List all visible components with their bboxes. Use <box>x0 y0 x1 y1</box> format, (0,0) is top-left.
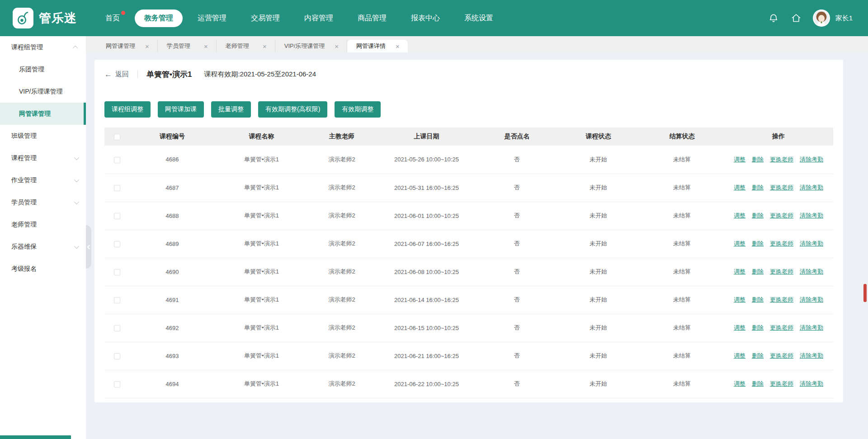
table-header-cell: 课程名称 <box>215 127 308 146</box>
row-action-link[interactable]: 清除考勤 <box>800 352 823 359</box>
nav-item[interactable]: 系统设置 <box>455 9 503 27</box>
course-name: 单簧管•演示1 <box>215 174 308 202</box>
row-action-link[interactable]: 调整 <box>734 296 745 303</box>
course-validity: 课程有效期:2021-05-25至2021-06-24 <box>204 70 316 79</box>
row-action-link[interactable]: 更换老师 <box>770 268 793 275</box>
row-action-link[interactable]: 更换老师 <box>770 184 793 191</box>
row-action-link[interactable]: 删除 <box>752 240 764 247</box>
row-checkbox[interactable] <box>114 297 120 303</box>
sidebar-item-label: 作业管理 <box>11 176 71 184</box>
sidebar-item[interactable]: 考级报名 <box>0 258 86 280</box>
select-all-checkbox[interactable] <box>114 134 120 140</box>
row-action-link[interactable]: 更换老师 <box>770 296 793 303</box>
row-action-link[interactable]: 调整 <box>734 324 745 331</box>
sidebar-item[interactable]: 乐器维保 <box>0 236 86 258</box>
row-action-link[interactable]: 更换老师 <box>770 352 793 359</box>
row-checkbox[interactable] <box>114 325 120 331</box>
row-action-link[interactable]: 调整 <box>734 184 745 191</box>
back-button[interactable]: ← 返回 <box>104 70 129 79</box>
nav-item[interactable]: 首页 <box>96 9 129 27</box>
row-action-link[interactable]: 更换老师 <box>770 324 793 331</box>
teacher-name: 演示老师2 <box>308 342 376 370</box>
row-action-link[interactable]: 删除 <box>752 184 764 191</box>
row-action-link[interactable]: 清除考勤 <box>800 184 823 191</box>
row-checkbox[interactable] <box>114 269 120 275</box>
tab-close-icon[interactable]: × <box>263 43 267 50</box>
chevron-down-icon <box>74 199 79 204</box>
row-action-link[interactable]: 清除考勤 <box>800 240 823 247</box>
row-action-link[interactable]: 更换老师 <box>770 380 793 387</box>
course-detail-card: ← 返回 单簧管•演示1 课程有效期:2021-05-25至2021-06-24… <box>94 60 843 402</box>
row-action-link[interactable]: 删除 <box>752 380 764 387</box>
row-action-link[interactable]: 删除 <box>752 324 764 331</box>
user-name[interactable]: 家长1 <box>835 14 853 23</box>
row-action-link[interactable]: 调整 <box>734 268 745 275</box>
sidebar-item[interactable]: VIP/乐理课管理 <box>0 80 86 103</box>
notification-bell-icon[interactable] <box>768 12 779 24</box>
row-action-link[interactable]: 清除考勤 <box>800 268 823 275</box>
tab-close-icon[interactable]: × <box>335 43 339 50</box>
home-icon[interactable] <box>790 12 802 24</box>
sidebar-item[interactable]: 班级管理 <box>0 125 86 147</box>
vertical-scrollbar-thumb[interactable] <box>863 284 867 302</box>
tab-close-icon[interactable]: × <box>204 43 208 50</box>
row-action-link[interactable]: 调整 <box>734 380 745 387</box>
user-avatar[interactable] <box>813 9 830 27</box>
row-checkbox[interactable] <box>114 241 120 247</box>
row-action-link[interactable]: 删除 <box>752 212 764 219</box>
nav-item[interactable]: 运营管理 <box>188 9 236 27</box>
nav-item[interactable]: 报表中心 <box>401 9 449 27</box>
sidebar-horizontal-scrollbar[interactable] <box>0 435 71 439</box>
row-action-link[interactable]: 更换老师 <box>770 156 793 163</box>
row-checkbox[interactable] <box>114 353 120 359</box>
sidebar-item-label: 乐器维保 <box>11 243 71 251</box>
row-action-link[interactable]: 清除考勤 <box>800 296 823 303</box>
nav-item[interactable]: 教务管理 <box>135 9 183 27</box>
sidebar-item[interactable]: 课程管理 <box>0 147 86 169</box>
row-action-link[interactable]: 更换老师 <box>770 212 793 219</box>
row-action-link[interactable]: 删除 <box>752 296 764 303</box>
row-checkbox-cell <box>104 286 129 314</box>
settlement-status: 未结算 <box>640 370 724 398</box>
row-action-link[interactable]: 删除 <box>752 352 764 359</box>
sidebar-item[interactable]: 作业管理 <box>0 169 86 191</box>
row-action-link[interactable]: 更换老师 <box>770 240 793 247</box>
tab[interactable]: 网管课详情× <box>347 40 408 52</box>
sidebar-item[interactable]: 乐团管理 <box>0 58 86 80</box>
row-action-link[interactable]: 删除 <box>752 156 764 163</box>
tab[interactable]: 网管课管理× <box>97 40 158 52</box>
row-action-link[interactable]: 删除 <box>752 268 764 275</box>
nav-item[interactable]: 交易管理 <box>241 9 289 27</box>
course-status: 未开始 <box>557 286 640 314</box>
action-button[interactable]: 批量调整 <box>211 101 251 118</box>
chevron-down-icon <box>74 177 79 182</box>
row-checkbox[interactable] <box>114 381 120 387</box>
action-button[interactable]: 有效期调整 <box>335 101 381 118</box>
row-checkbox[interactable] <box>114 185 120 191</box>
row-action-link[interactable]: 调整 <box>734 212 745 219</box>
nav-item[interactable]: 商品管理 <box>348 9 396 27</box>
sidebar-item[interactable]: 网管课管理 <box>0 103 86 125</box>
row-action-link[interactable]: 清除考勤 <box>800 156 823 163</box>
tab[interactable]: 学员管理× <box>158 40 217 52</box>
row-action-link[interactable]: 清除考勤 <box>800 380 823 387</box>
action-button[interactable]: 课程组调整 <box>104 101 151 118</box>
action-button[interactable]: 网管课加课 <box>158 101 204 118</box>
row-action-link[interactable]: 调整 <box>734 240 745 247</box>
tab-close-icon[interactable]: × <box>145 43 149 50</box>
row-action-link[interactable]: 清除考勤 <box>800 324 823 331</box>
sidebar-item[interactable]: 学员管理 <box>0 191 86 213</box>
sidebar-item[interactable]: 老师管理 <box>0 213 86 236</box>
sidebar-item[interactable]: 课程组管理 <box>0 36 86 58</box>
row-action-link[interactable]: 调整 <box>734 352 745 359</box>
tab-close-icon[interactable]: × <box>396 43 400 50</box>
row-action-link[interactable]: 调整 <box>734 156 745 163</box>
tab[interactable]: 老师管理× <box>217 40 275 52</box>
action-button[interactable]: 有效期调整(高权限) <box>258 101 327 118</box>
nav-item[interactable]: 内容管理 <box>295 9 343 27</box>
row-checkbox[interactable] <box>114 213 120 219</box>
tab[interactable]: VIP/乐理课管理× <box>275 40 347 52</box>
row-checkbox[interactable] <box>114 157 120 163</box>
row-action-link[interactable]: 清除考勤 <box>800 212 823 219</box>
sidebar-collapse-handle[interactable] <box>86 225 91 269</box>
